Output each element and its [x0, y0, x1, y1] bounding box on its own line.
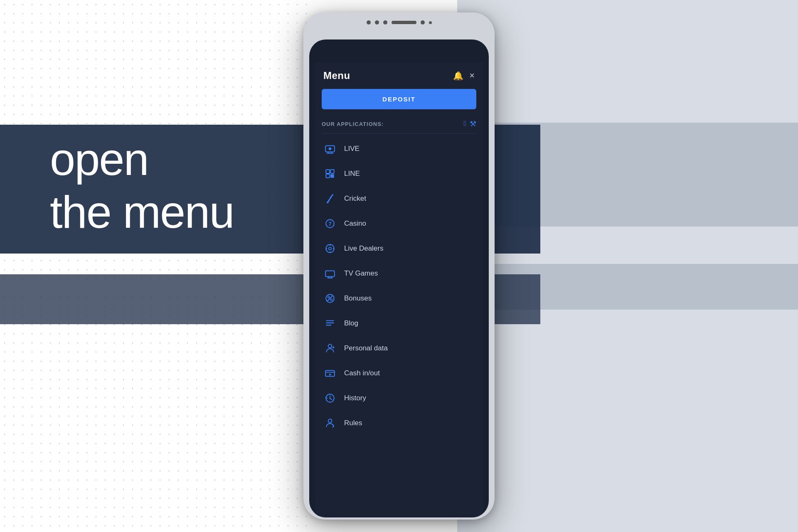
android-icon[interactable]: ⚒	[470, 119, 476, 128]
cash-label: Cash in/out	[344, 369, 380, 377]
svg-point-40	[328, 419, 332, 423]
phone-speaker	[392, 21, 416, 24]
menu-item-personal-data[interactable]: Personal data	[315, 336, 483, 361]
phone-dot-5	[429, 21, 432, 24]
bonuses-label: Bonuses	[344, 294, 372, 303]
svg-point-16	[329, 244, 330, 246]
menu-item-history[interactable]: History	[315, 386, 483, 411]
tv-games-icon	[323, 267, 337, 280]
applications-row: OUR APPLICATIONS:  ⚒	[315, 116, 483, 133]
hero-text-line2: the menu	[50, 186, 234, 239]
applications-label: OUR APPLICATIONS:	[322, 121, 384, 127]
history-icon	[323, 392, 337, 405]
svg-rect-29	[326, 323, 334, 323]
svg-point-31	[328, 344, 332, 348]
app-icons:  ⚒	[463, 119, 476, 128]
phone: Menu 🔔 × DEPOSIT OUR APPLICATIONS:  ⚒	[303, 12, 495, 520]
svg-rect-20	[325, 271, 335, 277]
svg-rect-28	[326, 320, 334, 321]
svg-line-39	[330, 399, 332, 399]
svg-rect-6	[330, 170, 334, 173]
live-label: LIVE	[344, 145, 360, 153]
cricket-label: Cricket	[344, 195, 366, 203]
svg-point-11	[327, 202, 328, 203]
menu-item-casino[interactable]: 7 Casino	[315, 211, 483, 236]
phone-dot-3	[383, 20, 387, 25]
close-button[interactable]: ×	[469, 70, 475, 81]
menu-panel: Menu 🔔 × DEPOSIT OUR APPLICATIONS:  ⚒	[315, 62, 483, 517]
svg-point-17	[329, 251, 330, 253]
live-dealers-icon	[323, 242, 337, 255]
svg-rect-30	[326, 325, 331, 325]
menu-item-rules[interactable]: Rules	[315, 411, 483, 436]
svg-rect-8	[330, 174, 334, 178]
cash-icon	[323, 367, 337, 380]
menu-item-cricket[interactable]: Cricket	[315, 186, 483, 211]
menu-item-live-dealers[interactable]: Live Dealers	[315, 236, 483, 261]
menu-item-cash[interactable]: Cash in/out	[315, 361, 483, 386]
menu-header-icons: 🔔 ×	[453, 70, 475, 81]
menu-item-live[interactable]: LIVE	[315, 136, 483, 161]
menu-item-bonuses[interactable]: Bonuses	[315, 286, 483, 311]
personal-data-icon	[323, 342, 337, 355]
rules-icon	[323, 416, 337, 430]
blog-label: Blog	[344, 319, 358, 328]
menu-item-tv-games[interactable]: TV Games	[315, 261, 483, 286]
blog-icon	[323, 317, 337, 330]
hero-text-line1: open	[50, 133, 234, 186]
menu-item-blog[interactable]: Blog	[315, 311, 483, 336]
deposit-button[interactable]: DEPOSIT	[322, 89, 476, 109]
svg-rect-34	[325, 371, 335, 377]
phone-screen: Menu 🔔 × DEPOSIT OUR APPLICATIONS:  ⚒	[309, 39, 489, 517]
menu-title: Menu	[323, 70, 350, 81]
svg-point-15	[329, 247, 332, 250]
svg-point-19	[333, 248, 334, 249]
phone-body: Menu 🔔 × DEPOSIT OUR APPLICATIONS:  ⚒	[303, 12, 495, 520]
phone-dot-2	[375, 20, 379, 25]
rules-label: Rules	[344, 419, 362, 427]
casino-icon: 7	[323, 217, 337, 230]
menu-header: Menu 🔔 ×	[315, 62, 483, 87]
menu-items: LIVE LINE	[315, 134, 483, 438]
svg-point-4	[329, 148, 332, 150]
live-dealers-label: Live Dealers	[344, 244, 384, 253]
casino-label: Casino	[344, 219, 366, 228]
svg-text:7: 7	[328, 221, 331, 227]
hero-text: open the menu	[50, 133, 234, 238]
svg-point-27	[330, 299, 332, 300]
phone-dot-4	[421, 20, 425, 25]
tv-games-label: TV Games	[344, 269, 378, 278]
personal-data-label: Personal data	[344, 344, 388, 352]
apple-icon[interactable]: 	[463, 119, 466, 128]
live-icon	[323, 142, 337, 155]
svg-point-25	[328, 296, 330, 298]
bonuses-icon	[323, 292, 337, 305]
dot-pattern	[0, 0, 312, 532]
phone-top-bar	[357, 20, 441, 25]
svg-point-18	[326, 248, 327, 249]
line-icon	[323, 167, 337, 180]
bell-icon[interactable]: 🔔	[453, 71, 463, 81]
phone-dot-1	[367, 20, 371, 25]
history-label: History	[344, 394, 366, 402]
line-label: LINE	[344, 170, 360, 178]
svg-rect-5	[326, 170, 330, 173]
svg-point-14	[326, 244, 334, 253]
svg-rect-7	[326, 174, 330, 178]
svg-point-36	[329, 374, 331, 375]
cricket-icon	[323, 192, 337, 205]
menu-item-line[interactable]: LINE	[315, 161, 483, 186]
